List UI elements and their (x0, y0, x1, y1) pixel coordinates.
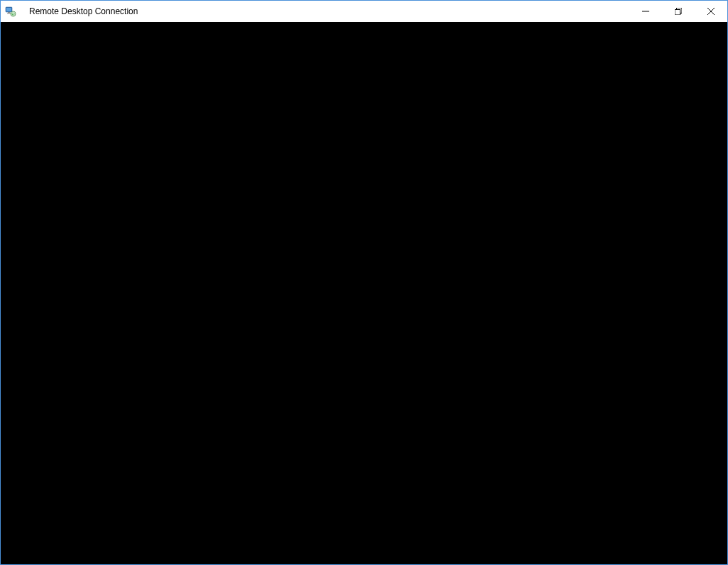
minimize-button[interactable] (629, 1, 662, 22)
remote-session-viewport[interactable] (1, 22, 727, 564)
svg-rect-3 (7, 13, 11, 14)
close-icon (707, 6, 715, 17)
close-button[interactable] (695, 1, 727, 22)
svg-rect-2 (8, 12, 10, 13)
svg-rect-7 (675, 9, 680, 15)
svg-rect-1 (6, 8, 11, 11)
rdp-window: Remote Desktop Connection (0, 0, 728, 565)
titlebar[interactable]: Remote Desktop Connection (1, 1, 727, 22)
window-controls (629, 1, 727, 22)
restore-icon (675, 6, 682, 17)
restore-button[interactable] (662, 1, 695, 22)
minimize-icon (642, 6, 649, 17)
window-title: Remote Desktop Connection (23, 6, 138, 16)
rdp-monitor-icon (5, 6, 16, 17)
